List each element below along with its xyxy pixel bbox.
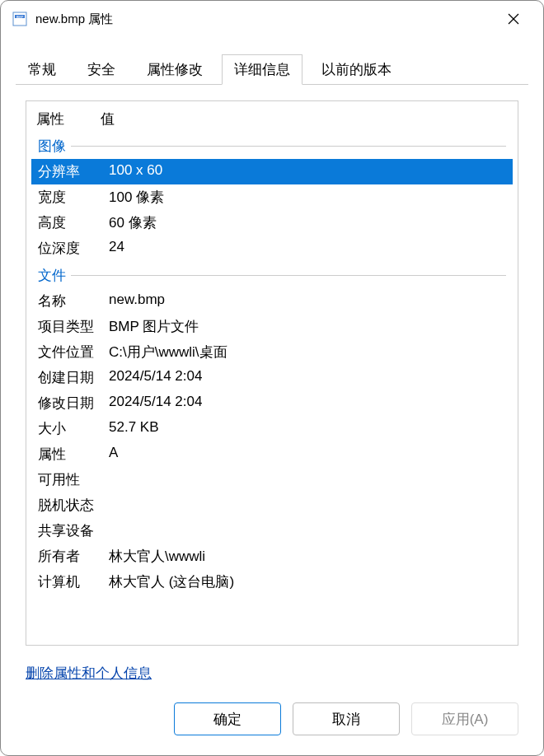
section-image: 图像 — [31, 133, 513, 159]
tab-security[interactable]: 安全 — [75, 54, 128, 85]
row-created[interactable]: 创建日期 2024/5/14 2:04 — [31, 365, 513, 390]
row-file-location[interactable]: 文件位置 C:\用户\wwwli\桌面 — [31, 339, 513, 365]
row-item-type[interactable]: 项目类型 BMP 图片文件 — [31, 314, 513, 339]
value-bit-depth: 24 — [109, 239, 508, 258]
value-width: 100 像素 — [109, 188, 508, 207]
row-width[interactable]: 宽度 100 像素 — [31, 184, 513, 210]
close-icon — [508, 13, 519, 25]
label-created: 创建日期 — [36, 368, 109, 387]
apply-button[interactable]: 应用(A) — [411, 702, 518, 735]
row-computer[interactable]: 计算机 林大官人 (这台电脑) — [31, 569, 513, 595]
label-modified: 修改日期 — [36, 394, 109, 413]
dialog-buttons: 确定 取消 应用(A) — [1, 683, 543, 755]
section-file-label: 文件 — [38, 266, 66, 285]
label-offline-status: 脱机状态 — [36, 496, 109, 515]
label-attributes: 属性 — [36, 445, 109, 464]
tab-general[interactable]: 常规 — [16, 54, 68, 85]
row-bit-depth[interactable]: 位深度 24 — [31, 236, 513, 261]
window-title: new.bmp 属性 — [35, 12, 495, 27]
section-image-label: 图像 — [38, 137, 66, 156]
row-height[interactable]: 高度 60 像素 — [31, 210, 513, 236]
row-attributes[interactable]: 属性 A — [31, 441, 513, 467]
value-created: 2024/5/14 2:04 — [109, 368, 508, 387]
section-file: 文件 — [31, 263, 513, 288]
label-shared-device: 共享设备 — [36, 521, 109, 540]
tab-previous-versions[interactable]: 以前的版本 — [309, 54, 404, 85]
value-shared-device — [109, 521, 508, 540]
content-wrap: 属性 值 图像 分辨率 100 x 60 宽度 100 像素 高度 60 像素 … — [1, 84, 543, 755]
section-divider — [71, 146, 506, 147]
cancel-button[interactable]: 取消 — [293, 702, 400, 735]
section-divider — [71, 275, 506, 276]
close-button[interactable] — [495, 1, 532, 37]
row-resolution[interactable]: 分辨率 100 x 60 — [31, 159, 513, 184]
value-attributes: A — [109, 445, 508, 464]
label-item-type: 项目类型 — [36, 317, 109, 336]
label-resolution: 分辨率 — [36, 162, 109, 181]
row-size[interactable]: 大小 52.7 KB — [31, 416, 513, 441]
remove-properties-link[interactable]: 删除属性和个人信息 — [26, 664, 518, 683]
tab-strip: 常规 安全 属性修改 详细信息 以前的版本 — [1, 54, 543, 84]
value-name: new.bmp — [109, 292, 508, 310]
label-file-location: 文件位置 — [36, 343, 109, 362]
value-availability — [109, 470, 508, 489]
value-height: 60 像素 — [109, 213, 508, 232]
ok-button[interactable]: 确定 — [174, 702, 281, 735]
details-panel: 属性 值 图像 分辨率 100 x 60 宽度 100 像素 高度 60 像素 … — [26, 100, 518, 646]
tab-attribute-modify[interactable]: 属性修改 — [134, 54, 215, 85]
row-owner[interactable]: 所有者 林大官人\wwwli — [31, 544, 513, 569]
label-width: 宽度 — [36, 188, 109, 207]
label-computer: 计算机 — [36, 572, 109, 591]
bmp-file-icon: BMP — [12, 12, 27, 26]
properties-dialog: BMP new.bmp 属性 常规 安全 属性修改 详细信息 以前的版本 属性 … — [0, 0, 544, 756]
header-property: 属性 — [36, 110, 101, 128]
tab-details[interactable]: 详细信息 — [222, 54, 302, 85]
header-value: 值 — [101, 110, 115, 128]
svg-text:BMP: BMP — [16, 15, 24, 19]
label-bit-depth: 位深度 — [36, 239, 109, 258]
titlebar: BMP new.bmp 属性 — [1, 1, 543, 37]
row-modified[interactable]: 修改日期 2024/5/14 2:04 — [31, 390, 513, 416]
value-modified: 2024/5/14 2:04 — [109, 394, 508, 413]
value-resolution: 100 x 60 — [109, 162, 508, 181]
value-computer: 林大官人 (这台电脑) — [109, 572, 508, 591]
row-availability[interactable]: 可用性 — [31, 467, 513, 492]
label-availability: 可用性 — [36, 470, 109, 489]
value-size: 52.7 KB — [109, 419, 508, 438]
label-name: 名称 — [36, 292, 109, 310]
column-headers: 属性 值 — [31, 106, 513, 132]
row-offline-status[interactable]: 脱机状态 — [31, 492, 513, 518]
label-height: 高度 — [36, 213, 109, 232]
row-name[interactable]: 名称 new.bmp — [31, 288, 513, 314]
label-owner: 所有者 — [36, 547, 109, 566]
label-size: 大小 — [36, 419, 109, 438]
value-offline-status — [109, 496, 508, 515]
row-shared-device[interactable]: 共享设备 — [31, 518, 513, 544]
value-owner: 林大官人\wwwli — [109, 547, 508, 566]
value-item-type: BMP 图片文件 — [109, 317, 508, 336]
value-file-location: C:\用户\wwwli\桌面 — [109, 343, 508, 362]
